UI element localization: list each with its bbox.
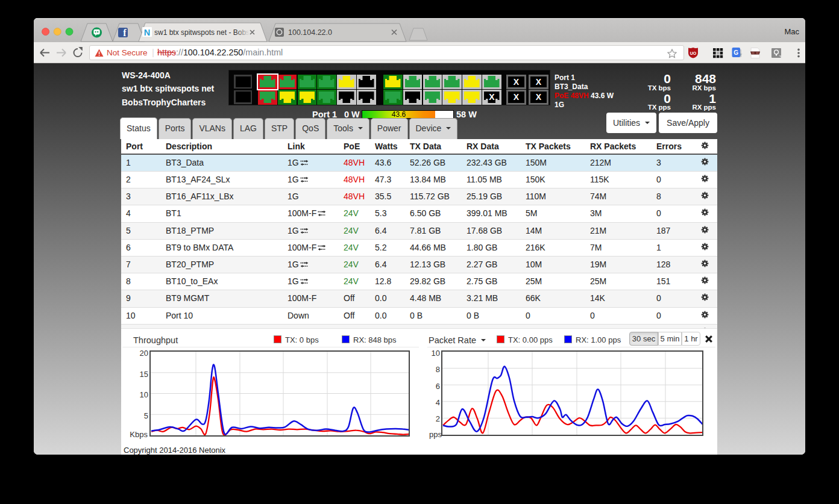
svg-text:N: N xyxy=(144,28,150,37)
svg-text:100.104.22.0: 100.104.22.0 xyxy=(288,28,332,37)
svg-text:f: f xyxy=(123,28,127,38)
svg-text:G: G xyxy=(734,49,738,56)
svg-text:UO: UO xyxy=(690,51,697,55)
svg-text:Mac: Mac xyxy=(784,27,799,36)
svg-text:sw1 btx spitwspots net - Bobs: sw1 btx spitwspots net - Bobs xyxy=(154,28,250,37)
